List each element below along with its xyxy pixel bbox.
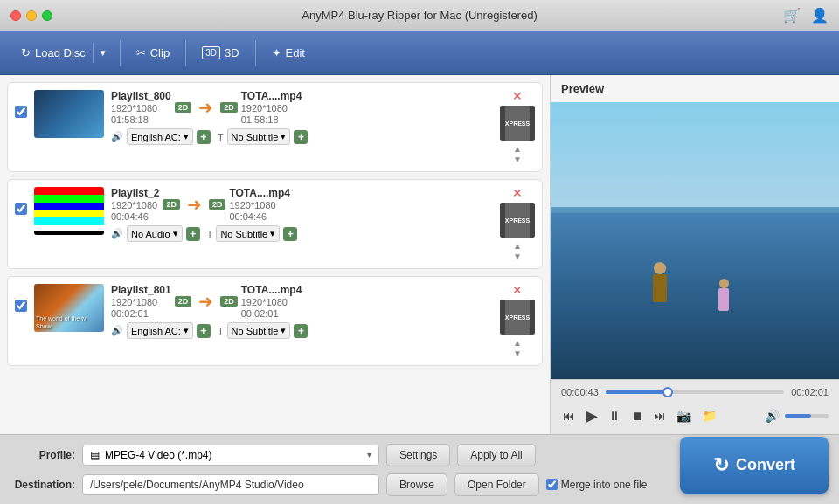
folder-button[interactable]: 📁 [700,407,718,425]
item-checkbox-3[interactable] [15,300,27,312]
audio-select-2[interactable]: No Audio ▾ [127,225,183,242]
remove-item-btn-1[interactable]: ✕ [512,90,523,102]
film-icon-3[interactable]: XPRESS [500,300,535,335]
screenshot-button[interactable]: 📷 [675,407,693,425]
clip-button[interactable]: ✂ Clip [128,41,178,65]
audio-icon-2: 🔊 [111,228,123,239]
play-button[interactable]: ▶ [584,404,600,427]
item-actions-2: ✕ XPRESS ▲▼ [500,187,535,261]
video-scene [551,102,839,379]
video-sea [551,213,839,379]
add-subtitle-btn-2[interactable]: + [283,227,297,241]
item-details-2: Playlist_2 1920*1080 00:04:46 2D ➜ 2D TO… [111,187,493,242]
film-icon-1[interactable]: XPRESS [500,106,535,141]
user-icon[interactable]: 👤 [811,7,829,24]
open-folder-button[interactable]: Open Folder [454,473,539,496]
cart-icon[interactable]: 🛒 [783,7,801,24]
add-subtitle-btn-1[interactable]: + [294,130,308,144]
merge-label: Merge into one file [561,479,648,491]
title-bar: AnyMP4 Blu-ray Ripper for Mac (Unregiste… [0,0,839,31]
item-name-2: Playlist_2 [111,187,159,199]
profile-select[interactable]: ▤ MPEG-4 Video (*.mp4) ▾ [82,445,379,466]
skip-end-button[interactable]: ⏭ [652,407,668,425]
preview-controls: 00:00:43 00:02:01 ⏮ ▶ ⏸ ⏹ ⏭ 📷 📁 🔊 [551,379,839,434]
progress-thumb[interactable] [662,387,673,397]
playlist-panel[interactable]: Playlist_800 1920*1080 01:58:18 2D ➜ 2D … [0,75,551,434]
output-name-2: TOTA....mp4 [229,187,290,199]
item-row1-2: Playlist_2 1920*1080 00:04:46 2D ➜ 2D TO… [111,187,493,222]
profile-value: MPEG-4 Video (*.mp4) [105,449,212,461]
load-disc-dropdown-button[interactable]: ▼ [93,43,113,63]
load-disc-button[interactable]: ↻ Load Disc [14,41,93,65]
add-audio-btn-2[interactable]: + [186,227,200,241]
output-res-2: 1920*1080 [229,200,290,211]
3d-button[interactable]: 3D 3D [193,41,247,65]
maximize-window-button[interactable] [42,10,52,21]
merge-checkbox[interactable] [546,479,558,490]
divider-2 [185,40,186,66]
film-icon-2[interactable]: XPRESS [500,203,535,238]
xpress-label-2: XPRESS [505,217,530,224]
convert-icon: ↻ [713,454,729,477]
profile-label: Profile: [14,449,75,461]
profile-icon: ▤ [90,449,100,461]
subtitle-select-1[interactable]: No Subtitle ▾ [227,128,291,145]
badge-2d-src-1: 2D [175,102,192,113]
badge-2d-dst-3: 2D [220,296,238,307]
audio-dropdown-arrow-2: ▾ [173,228,178,239]
subtitle-value-3: No Subtitle [232,326,279,336]
remove-item-btn-2[interactable]: ✕ [512,187,523,199]
audio-dropdown-arrow-3: ▾ [184,325,189,336]
item-thumbnail-3: The world of the tv Show [34,284,104,332]
preview-video [551,102,839,379]
output-dur-2: 00:04:46 [229,211,290,222]
output-name-3: TOTA....mp4 [241,284,302,296]
apply-all-button[interactable]: Apply to All [457,444,535,466]
minimize-window-button[interactable] [26,10,37,21]
item-source-2: Playlist_2 1920*1080 00:04:46 [111,187,159,222]
preview-panel: Preview 00:00:43 [551,75,839,434]
item-middle-3: Playlist_801 1920*1080 00:02:01 2D ➜ 2D … [111,284,493,319]
audio-select-3[interactable]: English AC: ▾ [127,322,193,339]
output-dur-1: 01:58:18 [241,114,302,125]
add-audio-btn-3[interactable]: + [197,324,211,338]
progress-bar[interactable] [606,390,784,394]
item-checkbox-1[interactable] [15,106,27,118]
item-name-3: Playlist_801 [111,284,171,296]
settings-button[interactable]: Settings [386,444,450,466]
browse-button[interactable]: Browse [386,473,447,496]
pause-button[interactable]: ⏸ [607,407,622,425]
badge-2d-src-3: 2D [175,296,192,307]
convert-label: Convert [736,456,795,474]
output-dur-3: 00:02:01 [241,308,302,319]
subtitle-select-2[interactable]: No Subtitle ▾ [216,225,280,242]
badge-2d-src-2: 2D [163,199,180,210]
item-actions-1: ✕ XPRESS ▲▼ [500,90,535,164]
convert-button[interactable]: ↻ Convert [680,437,829,494]
skip-start-button[interactable]: ⏮ [561,407,577,425]
item-row1: Playlist_800 1920*1080 01:58:18 2D ➜ 2D … [111,90,493,125]
progress-bar-container: 00:00:43 00:02:01 [561,387,829,397]
edit-button[interactable]: ✦ Edit [263,41,314,65]
profile-dropdown-arrow: ▾ [367,450,371,459]
arrow-icon-2: ➜ [187,194,202,215]
volume-bar[interactable] [785,414,829,418]
close-window-button[interactable] [10,10,21,21]
audio-select-1[interactable]: English AC: ▾ [127,128,193,145]
expand-btn-2[interactable]: ▲▼ [513,241,522,261]
volume-icon[interactable]: 🔊 [763,407,781,425]
load-disc-group: ↻ Load Disc ▼ [14,41,113,65]
add-subtitle-btn-3[interactable]: + [294,324,308,338]
expand-btn-1[interactable]: ▲▼ [513,144,522,164]
add-audio-btn-1[interactable]: + [197,130,211,144]
clip-label: Clip [150,46,170,59]
load-disc-label: Load Disc [35,46,86,59]
remove-item-btn-3[interactable]: ✕ [512,284,523,296]
stop-button[interactable]: ⏹ [629,407,645,425]
subtitle-select-3[interactable]: No Subtitle ▾ [227,322,291,339]
item-res-1: 1920*1080 [111,103,171,114]
dest-input[interactable] [82,474,379,495]
item-checkbox-2[interactable] [15,203,27,215]
expand-btn-3[interactable]: ▲▼ [513,338,522,358]
arrow-icon-3: ➜ [198,291,213,312]
